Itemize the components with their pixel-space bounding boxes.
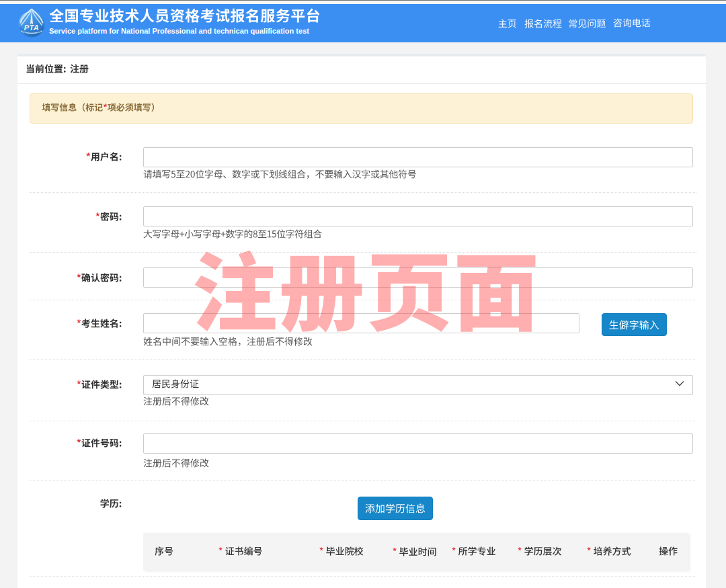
svg-text:PTA: PTA <box>24 24 39 32</box>
